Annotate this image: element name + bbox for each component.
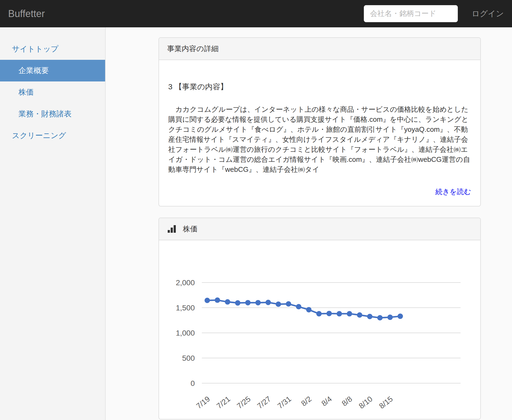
business-section-heading: 3 【事業の内容】 (168, 82, 471, 92)
business-detail-card-header: 事業内容の詳細 (159, 38, 480, 60)
stock-price-card-header: 株価 (159, 218, 480, 240)
brand-logo[interactable]: Buffetter (8, 0, 45, 27)
stock-price-card-body: 05001,0001,5002,0007/197/217/257/277/318… (159, 240, 480, 419)
sidebar-item-site-top[interactable]: サイトトップ (0, 38, 105, 60)
business-detail-card-title: 事業内容の詳細 (167, 44, 219, 54)
company-search-input[interactable] (364, 5, 458, 22)
business-detail-card: 事業内容の詳細 3 【事業の内容】 カカクコムグループは、インターネット上の様々… (158, 37, 481, 206)
sidebar-item-screening[interactable]: スクリーニング (0, 125, 105, 146)
read-more-link[interactable]: 続きを読む (435, 188, 471, 196)
sidebar-nav: サイトトップ 企業概要 株価 業務・財務諸表 スクリーニング (0, 27, 106, 420)
stock-price-chart: 05001,0001,5002,0007/197/217/257/277/318… (167, 248, 472, 419)
svg-text:8/10: 8/10 (357, 395, 374, 410)
business-detail-card-body: 3 【事業の内容】 カカクコムグループは、インターネット上の様々な商品・サービス… (159, 82, 480, 196)
stock-price-card: 株価 05001,0001,5002,0007/197/217/257/277/… (158, 218, 481, 419)
svg-text:1,000: 1,000 (176, 329, 195, 337)
stock-price-card-title: 株価 (183, 224, 197, 234)
bar-chart-icon (167, 224, 177, 234)
business-description-text: カカクコムグループは、インターネット上の様々な商品・サービスの価格比較を始めとし… (168, 104, 471, 175)
svg-text:1,500: 1,500 (176, 304, 195, 312)
sidebar-item-company-overview[interactable]: 企業概要 (0, 60, 105, 81)
svg-text:8/4: 8/4 (320, 395, 333, 408)
svg-text:7/21: 7/21 (215, 395, 232, 410)
svg-text:7/25: 7/25 (235, 395, 252, 410)
svg-text:0: 0 (190, 379, 195, 388)
sidebar-item-financial-statements[interactable]: 業務・財務諸表 (0, 103, 105, 125)
svg-text:7/19: 7/19 (195, 395, 212, 410)
main-content: 事業内容の詳細 3 【事業の内容】 カカクコムグループは、インターネット上の様々… (158, 27, 481, 419)
svg-text:8/2: 8/2 (300, 395, 313, 408)
read-more-row: 続きを読む (168, 187, 471, 196)
svg-text:500: 500 (182, 354, 195, 362)
svg-text:2,000: 2,000 (176, 278, 195, 287)
svg-text:7/31: 7/31 (276, 395, 293, 410)
sidebar-item-stock-price[interactable]: 株価 (0, 81, 105, 103)
svg-text:8/15: 8/15 (378, 395, 394, 410)
login-link[interactable]: ログイン (472, 0, 504, 27)
svg-text:8/8: 8/8 (340, 395, 354, 408)
svg-text:7/27: 7/27 (256, 395, 273, 410)
top-navbar: Buffetter ログイン (0, 0, 512, 27)
